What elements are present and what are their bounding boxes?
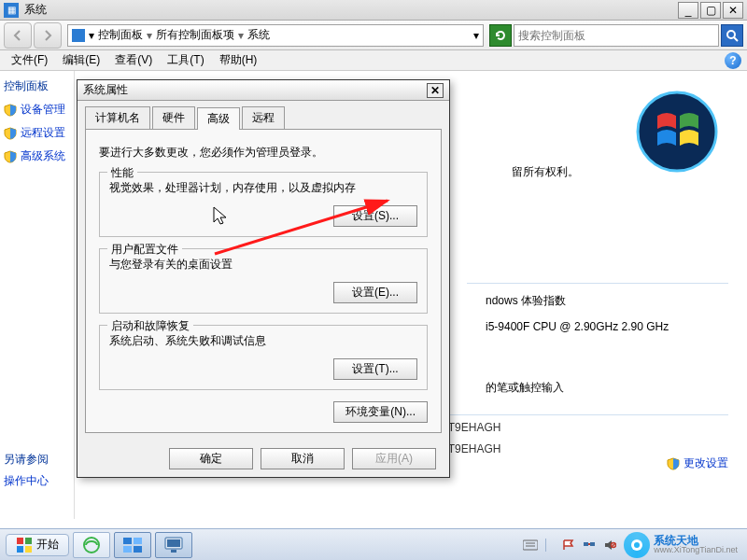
environment-variables-button[interactable]: 环境变量(N)...	[333, 401, 428, 423]
apply-button[interactable]: 应用(A)	[352, 448, 436, 469]
minimize-button[interactable]: _	[678, 2, 698, 19]
breadcrumb-seg[interactable]: 所有控制面板项	[156, 27, 234, 43]
tab-hardware[interactable]: 硬件	[152, 106, 195, 129]
chevron-down-icon[interactable]: ▾	[238, 29, 244, 42]
menu-view[interactable]: 查看(V)	[109, 50, 158, 70]
start-button[interactable]: 开始	[6, 534, 69, 556]
shield-icon	[4, 150, 17, 163]
profile-settings-button[interactable]: 设置(E)...	[333, 282, 417, 303]
svg-line-1	[734, 37, 738, 41]
close-button[interactable]: ✕	[723, 2, 743, 19]
group-title: 性能	[107, 165, 137, 181]
tab-computer-name[interactable]: 计算机名	[85, 106, 150, 129]
app-icon: ▦	[4, 3, 19, 18]
window-title: 系统	[24, 2, 676, 18]
chevron-down-icon[interactable]: ▾	[147, 29, 152, 42]
tab-remote[interactable]: 远程	[242, 106, 285, 129]
shield-icon	[4, 104, 17, 117]
menu-tools[interactable]: 工具(T)	[162, 50, 209, 70]
taskbar-control-panel-button[interactable]	[114, 532, 151, 558]
tray-separator	[545, 539, 555, 552]
system-tray: 系统天地www.XiTongTianDi.net	[523, 532, 741, 558]
svg-rect-20	[584, 542, 588, 546]
change-settings-link[interactable]: 更改设置	[667, 455, 728, 471]
breadcrumb-seg[interactable]: 控制面板	[98, 27, 143, 43]
tab-advanced[interactable]: 高级	[197, 107, 240, 130]
svg-rect-5	[17, 538, 23, 544]
breadcrumb-seg[interactable]: 系统	[247, 27, 270, 43]
svg-point-0	[727, 31, 735, 38]
help-icon[interactable]: ?	[725, 52, 741, 69]
dialog-footer: 确定 取消 应用(A)	[78, 441, 449, 477]
group-desc: 系统启动、系统失败和调试信息	[109, 333, 417, 349]
wei-label[interactable]: ndows 体验指数	[486, 293, 728, 309]
dialog-body: 要进行大多数更改，您必须作为管理员登录。 性能 视觉效果，处理器计划，内存使用，…	[85, 130, 442, 433]
cpu-value: i5-9400F CPU @ 2.90GHz 2.90 GHz	[486, 320, 728, 333]
menu-file[interactable]: 文件(F)	[6, 50, 53, 70]
taskbar: 开始 系统天地www.XiTongTianDi.net	[0, 528, 747, 560]
taskbar-system-properties-button[interactable]	[155, 532, 192, 558]
svg-point-26	[634, 542, 640, 548]
search-input[interactable]	[518, 29, 714, 42]
chevron-down-icon[interactable]: ▾	[89, 29, 94, 42]
start-label: 开始	[36, 537, 59, 553]
svg-rect-12	[123, 546, 132, 553]
svg-rect-17	[523, 540, 538, 550]
sidebar-link-remote[interactable]: 远程设置	[4, 125, 70, 141]
svg-rect-15	[167, 539, 180, 547]
dialog-titlebar[interactable]: 系统属性 ✕	[78, 80, 449, 101]
breadcrumb[interactable]: ▾ 控制面板▾ 所有控制面板项▾ 系统 ▾	[67, 24, 484, 47]
sidebar-header[interactable]: 控制面板	[4, 78, 70, 94]
taskbar-ie-button[interactable]	[73, 532, 110, 558]
watermark-logo-icon	[624, 532, 650, 558]
back-button[interactable]	[4, 22, 32, 49]
forward-button[interactable]	[34, 22, 62, 49]
navigation-bar: ▾ 控制面板▾ 所有控制面板项▾ 系统 ▾	[0, 21, 747, 50]
svg-rect-8	[25, 546, 32, 553]
search-button[interactable]	[721, 24, 743, 47]
user-profile-group: 用户配置文件 与您登录有关的桌面设置 设置(E)...	[99, 248, 428, 314]
svg-rect-7	[17, 546, 23, 553]
sidebar: 控制面板 设备管理 远程设置 高级系统 另请参阅 操作中心	[0, 71, 75, 519]
sidebar-link-device-manager[interactable]: 设备管理	[4, 102, 70, 118]
windows-flag-icon	[16, 537, 33, 553]
flag-icon[interactable]	[562, 539, 575, 552]
keyboard-icon[interactable]	[523, 539, 538, 552]
admin-hint: 要进行大多数更改，您必须作为管理员登录。	[99, 145, 428, 161]
menu-edit[interactable]: 编辑(E)	[57, 50, 106, 70]
performance-settings-button[interactable]: 设置(S)...	[333, 205, 417, 227]
control-panel-icon	[122, 537, 143, 553]
location-icon	[72, 29, 85, 42]
watermark: 系统天地www.XiTongTianDi.net	[624, 532, 738, 558]
svg-rect-21	[590, 542, 595, 546]
menu-bar: 文件(F) 编辑(E) 查看(V) 工具(T) 帮助(H) ?	[0, 50, 747, 71]
chevron-down-icon[interactable]: ▾	[473, 29, 479, 42]
refresh-button[interactable]	[489, 24, 512, 47]
group-title: 启动和故障恢复	[107, 318, 193, 334]
menu-help[interactable]: 帮助(H)	[214, 50, 263, 70]
monitor-icon	[163, 536, 184, 554]
maximize-button[interactable]: ▢	[700, 2, 721, 19]
performance-group: 性能 视觉效果，处理器计划，内存使用，以及虚拟内存 设置(S)...	[99, 172, 428, 237]
action-center-link[interactable]: 操作中心	[4, 473, 70, 489]
sidebar-link-advanced[interactable]: 高级系统	[4, 148, 70, 164]
see-also-header: 另请参阅	[4, 452, 70, 468]
dialog-close-button[interactable]: ✕	[427, 83, 444, 98]
windows-logo	[635, 90, 719, 176]
svg-rect-11	[134, 538, 142, 544]
svg-rect-6	[25, 538, 32, 544]
group-title: 用户配置文件	[107, 242, 182, 258]
shield-icon	[4, 127, 17, 140]
ok-button[interactable]: 确定	[169, 448, 253, 469]
dialog-title: 系统属性	[83, 82, 427, 98]
volume-icon[interactable]	[603, 539, 616, 552]
shield-icon	[667, 457, 680, 470]
startup-settings-button[interactable]: 设置(T)...	[333, 358, 417, 380]
search-box[interactable]	[514, 24, 719, 47]
svg-rect-10	[123, 538, 132, 544]
svg-rect-16	[171, 550, 176, 553]
network-icon[interactable]	[583, 539, 596, 552]
group-desc: 与您登录有关的桌面设置	[109, 257, 417, 273]
group-desc: 视觉效果，处理器计划，内存使用，以及虚拟内存	[109, 180, 417, 196]
cancel-button[interactable]: 取消	[261, 448, 345, 469]
